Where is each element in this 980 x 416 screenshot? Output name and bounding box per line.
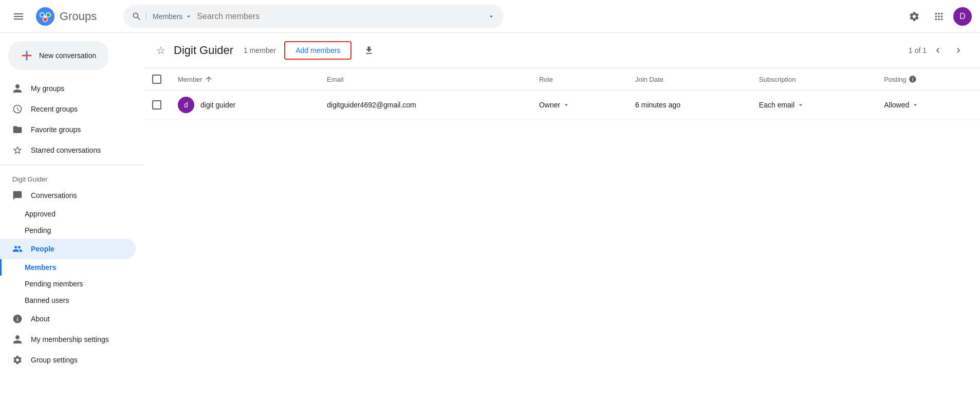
group-title: Digit Guider: [174, 44, 233, 57]
sidebar: New conversation My groups Recent groups…: [0, 33, 144, 416]
sidebar-sub-item-members[interactable]: Members: [0, 259, 136, 276]
member-cell: d digit guider: [170, 91, 319, 120]
member-email: digitguider4692@gmail.com: [327, 101, 416, 109]
gear-icon: [909, 11, 920, 22]
sidebar-item-label: Recent groups: [31, 105, 78, 113]
user-avatar[interactable]: D: [953, 7, 972, 26]
chevron-right-icon: [953, 45, 964, 56]
sidebar-item-my-groups[interactable]: My groups: [0, 78, 136, 99]
member-column-header: Member: [170, 68, 319, 91]
sidebar-item-favorite-groups[interactable]: Favorite groups: [0, 119, 136, 140]
app-name: Groups: [60, 10, 97, 23]
search-dropdown-icon: [487, 12, 495, 21]
role-cell[interactable]: Owner: [531, 91, 627, 120]
approved-label: Approved: [25, 210, 56, 218]
hamburger-icon: [12, 10, 25, 23]
apps-button[interactable]: [929, 6, 949, 27]
top-bar-right: D: [904, 6, 972, 27]
sidebar-item-label: Conversations: [31, 191, 77, 200]
sidebar-sub-item-banned-users[interactable]: Banned users: [0, 292, 136, 309]
svg-point-6: [44, 17, 47, 21]
sidebar-item-about[interactable]: About: [0, 309, 136, 329]
person-settings-icon: [12, 334, 23, 345]
sidebar-item-label: Favorite groups: [31, 125, 81, 134]
email-column-header: Email: [319, 68, 531, 91]
posting-value: Allowed: [884, 101, 909, 109]
subscription-cell[interactable]: Each email: [751, 91, 876, 120]
posting-column-header: Posting: [876, 68, 980, 91]
pagination: 1 of 1: [909, 41, 968, 60]
page-info: 1 of 1: [909, 46, 927, 55]
chevron-left-icon: [933, 45, 943, 56]
sidebar-item-people[interactable]: People: [0, 239, 136, 259]
sidebar-item-group-settings[interactable]: Group settings: [0, 350, 136, 370]
sort-icon[interactable]: [205, 75, 213, 83]
subscription-value: Each email: [759, 101, 794, 109]
star-button[interactable]: ☆: [156, 44, 165, 57]
search-icon: [132, 11, 142, 22]
posting-cell[interactable]: Allowed: [876, 91, 980, 120]
apps-icon: [933, 11, 945, 22]
select-all-header: [144, 68, 170, 91]
main-layout: New conversation My groups Recent groups…: [0, 33, 980, 416]
info-icon: [12, 314, 23, 324]
member-name: digit guider: [200, 101, 236, 109]
sidebar-item-label: My groups: [31, 84, 64, 93]
table-row: d digit guider digitguider4692@gmail.com…: [144, 91, 980, 120]
search-bar: Members: [123, 5, 504, 28]
sidebar-sub-item-approved[interactable]: Approved: [0, 206, 136, 222]
sidebar-item-label: My membership settings: [31, 335, 109, 343]
subscription-dropdown-icon[interactable]: [797, 101, 805, 109]
role-dropdown-icon[interactable]: [562, 101, 570, 109]
menu-button[interactable]: [8, 6, 29, 27]
join-date-column-header: Join Date: [627, 68, 751, 91]
person-icon: [12, 83, 23, 94]
role-column-header: Role: [531, 68, 627, 91]
prev-page-button[interactable]: [929, 41, 947, 60]
plus-colorful-icon: [21, 49, 33, 62]
sidebar-item-recent-groups[interactable]: Recent groups: [0, 99, 136, 119]
sidebar-item-conversations[interactable]: Conversations: [0, 185, 136, 206]
join-date-cell: 6 minutes ago: [627, 91, 751, 120]
role-value: Owner: [539, 101, 560, 109]
svg-point-5: [47, 13, 50, 16]
group-header: ☆ Digit Guider 1 member Add members 1 of…: [144, 33, 980, 68]
svg-point-4: [41, 13, 44, 16]
members-label: Members: [25, 263, 56, 272]
logo-area: Groups: [35, 6, 117, 27]
sidebar-sub-item-pending[interactable]: Pending: [0, 222, 136, 239]
sidebar-sub-item-pending-members[interactable]: Pending members: [0, 276, 136, 292]
subscription-column-header: Subscription: [751, 68, 876, 91]
new-conversation-button[interactable]: New conversation: [8, 41, 108, 70]
sidebar-divider: [0, 165, 144, 165]
email-cell: digitguider4692@gmail.com: [319, 91, 531, 120]
sidebar-item-label: People: [31, 245, 54, 253]
search-input[interactable]: [197, 12, 483, 21]
row-checkbox[interactable]: [152, 100, 161, 110]
folder-icon: [12, 124, 23, 135]
sidebar-item-membership-settings[interactable]: My membership settings: [0, 329, 136, 350]
posting-dropdown-icon[interactable]: [911, 101, 919, 109]
search-filter-label: Members: [153, 12, 182, 21]
google-groups-logo: [35, 6, 56, 27]
select-all-checkbox[interactable]: [152, 75, 161, 84]
member-avatar: d: [178, 97, 194, 113]
search-filter-dropdown[interactable]: Members: [146, 12, 193, 21]
banned-users-label: Banned users: [25, 296, 69, 304]
row-checkbox-cell: [144, 91, 170, 120]
settings-button[interactable]: [904, 6, 924, 27]
sidebar-item-label: Starred conversations: [31, 146, 101, 154]
star-outline-icon: [12, 145, 23, 155]
add-members-button[interactable]: Add members: [284, 41, 352, 60]
people-icon: [12, 244, 23, 254]
download-icon: [364, 45, 374, 56]
join-date-value: 6 minutes ago: [635, 101, 680, 109]
sidebar-item-starred-conversations[interactable]: Starred conversations: [0, 140, 136, 160]
clock-icon: [12, 104, 23, 114]
top-bar: Groups Members D: [0, 0, 980, 33]
chevron-down-icon: [184, 12, 193, 21]
download-button[interactable]: [360, 41, 378, 60]
next-page-button[interactable]: [949, 41, 968, 60]
gear-settings-icon: [12, 355, 23, 365]
chat-icon: [12, 190, 23, 201]
